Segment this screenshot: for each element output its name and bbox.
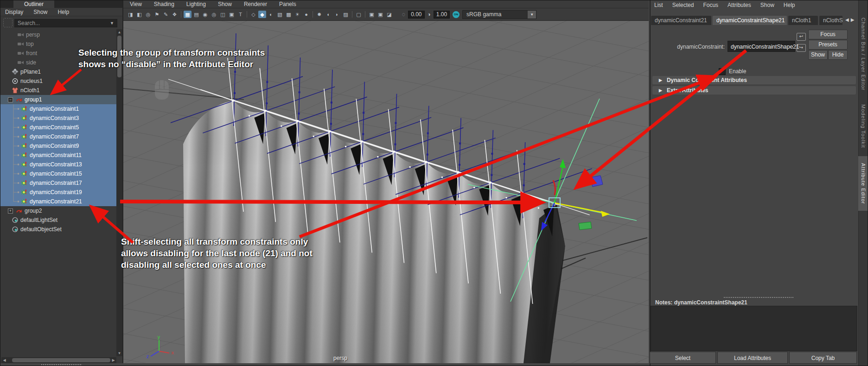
show-button[interactable]: Show [808, 50, 828, 60]
ae-menu-show[interactable]: Show [760, 2, 774, 8]
presets-button[interactable]: Presets [808, 40, 848, 50]
gamma-icon[interactable]: ◑ [428, 11, 431, 18]
ae-menu-focus[interactable]: Focus [703, 2, 718, 8]
load-attributes-button[interactable]: Load Attributes [717, 352, 788, 364]
notes-textarea[interactable] [651, 306, 857, 351]
outliner-vertical-scrollbar[interactable]: ▲ ▼ [116, 29, 122, 356]
outliner-list[interactable]: persptopfrontsidepPlane1nucleus1nCloth1−… [0, 29, 116, 357]
outliner-item-nucleus1[interactable]: nucleus1 [0, 76, 116, 86]
viewport-toolbar-icon-28[interactable]: ▢ [355, 11, 363, 18]
hide-button[interactable]: Hide [828, 50, 848, 60]
viewport-toolbar-icon-26[interactable]: ▨ [342, 11, 350, 18]
outliner-horizontal-scrollbar[interactable]: ◀ ▶ [1, 357, 116, 363]
outliner-item-defaultLightSet[interactable]: defaultLightSet [0, 215, 116, 225]
viewport-toolbar-icon-16[interactable]: ◆ [258, 11, 266, 18]
viewport-toolbar-icon-3[interactable]: ⚑ [153, 11, 161, 18]
outliner-item-group1[interactable]: −group1 [0, 95, 116, 104]
viewport-toolbar-icon-25[interactable]: ◗ [333, 11, 341, 18]
expander-expand-icon[interactable]: + [8, 208, 13, 214]
viewport-toolbar-icon-5[interactable]: ❖ [171, 11, 179, 18]
section-dynamic-constraint-attributes[interactable]: ▶ Dynamic Constraint Attributes [652, 76, 856, 84]
viewport-toolbar-icon-20[interactable]: ☀ [294, 11, 301, 18]
select-button[interactable]: Select [650, 352, 716, 364]
search-input[interactable]: Search... ▼ [14, 19, 117, 27]
outliner-item-dynamicConstraint13[interactable]: dynamicConstraint13 [0, 160, 116, 169]
focus-button[interactable]: Focus [808, 30, 848, 39]
outliner-item-defaultObjectSet[interactable]: defaultObjectSet [0, 225, 116, 234]
viewport-toolbar-icon-8[interactable]: ▤ [192, 11, 200, 18]
ae-tab-dynamicConstraintShape21[interactable]: dynamicConstraintShape21 [713, 16, 787, 25]
viewport-menu-renderer[interactable]: Renderer [244, 1, 267, 7]
scroll-up-icon[interactable]: ▲ [116, 30, 122, 34]
viewport-toolbar-icon-1[interactable]: ◧ [135, 11, 143, 18]
gamma-field[interactable]: 1.00 [434, 11, 450, 19]
viewport-toolbar-icon-9[interactable]: ◉ [201, 11, 209, 18]
viewport-toolbar-icon-24[interactable]: ◖ [324, 11, 332, 18]
exposure-field[interactable]: 0.00 [408, 11, 424, 19]
selection-mode-icon[interactable] [3, 18, 13, 27]
scroll-left-icon[interactable]: ◀ [1, 358, 7, 362]
ae-tab-dynamicConstraint21[interactable]: dynamicConstraint21 [651, 16, 711, 25]
enable-checkbox[interactable] [719, 68, 726, 75]
ae-menu-attributes[interactable]: Attributes [728, 2, 751, 8]
outliner-item-dynamicConstraint3[interactable]: dynamicConstraint3 [0, 114, 116, 123]
viewport-toolbar-icon-2[interactable]: ◎ [144, 11, 152, 18]
viewport-toolbar-icon-12[interactable]: ▣ [228, 11, 236, 18]
viewport-toolbar-icon-19[interactable]: ▩ [285, 11, 293, 18]
outliner-item-dynamicConstraint1[interactable]: dynamicConstraint1 [0, 104, 116, 114]
viewport-toolbar-icon-7[interactable]: ▦ [184, 11, 191, 18]
outliner-menu-display[interactable]: Display [5, 9, 23, 15]
outliner-item-dynamicConstraint17[interactable]: dynamicConstraint17 [0, 178, 116, 188]
side-tab-channel-box-layer-editor[interactable]: Channel Box / Layer Editor [858, 13, 868, 96]
viewport-menu-show[interactable]: Show [218, 1, 232, 7]
section-extra-attributes[interactable]: ▶ Extra Attributes [652, 86, 856, 95]
scroll-right-icon[interactable]: ▶ [110, 358, 116, 362]
outliner-item-group2[interactable]: +group2 [0, 206, 116, 215]
expander-collapse-icon[interactable]: − [8, 97, 13, 102]
colorspace-dropdown[interactable]: sRGB gamma▼ [462, 10, 536, 19]
tab-scroll-arrows[interactable]: ◀▶ [845, 17, 856, 22]
viewport-toolbar-icon-18[interactable]: ▧ [276, 11, 284, 18]
side-tab-modeling-toolkit[interactable]: Modeling Toolkit [858, 99, 868, 153]
viewport-menu-shading[interactable]: Shading [154, 1, 174, 7]
ae-tab-nCloth1[interactable]: nCloth1 [788, 16, 818, 25]
viewport-menu-view[interactable]: View [130, 1, 142, 7]
ae-menu-help[interactable]: Help [784, 2, 795, 8]
side-tab-attribute-editor[interactable]: Attribute Editor [858, 156, 868, 211]
dynamic-constraint-field[interactable]: dynamicConstraintShape21 [728, 41, 795, 52]
outliner-item-dynamicConstraint15[interactable]: dynamicConstraint15 [0, 169, 116, 178]
viewport-toolbar-icon-31[interactable]: ▣ [377, 11, 384, 18]
viewport-toolbar-icon-10[interactable]: ◎ [210, 11, 218, 18]
viewport-menu-panels[interactable]: Panels [279, 1, 296, 7]
outliner-item-dynamicConstraint5[interactable]: dynamicConstraint5 [0, 123, 116, 132]
copy-tab-arrow-icon[interactable]: ↩ [797, 33, 806, 41]
viewport-toolbar-icon-17[interactable]: ◐ [267, 11, 275, 18]
viewport-menu-lighting[interactable]: Lighting [186, 1, 206, 7]
exposure-icon[interactable]: ◌ [402, 11, 405, 18]
viewport-scene[interactable]: yxz [123, 21, 649, 363]
outliner-item-dynamicConstraint7[interactable]: dynamicConstraint7 [0, 132, 116, 141]
outliner-item-nCloth1[interactable]: nCloth1 [0, 86, 116, 95]
outliner-title[interactable]: Outliner [13, 0, 54, 8]
notes-splitter-handle[interactable] [724, 297, 793, 298]
chevron-down-icon[interactable]: ▼ [110, 21, 114, 25]
scrollbar-thumb[interactable] [12, 358, 110, 362]
viewport-toolbar-icon-15[interactable]: ◇ [249, 11, 257, 18]
viewport-toolbar-icon-4[interactable]: ✎ [162, 11, 170, 18]
ae-tab-nClothSl[interactable]: nClothSl [819, 16, 842, 25]
outliner-item-persp[interactable]: persp [0, 30, 116, 39]
color-management-toggle[interactable]: ON [453, 11, 460, 18]
outliner-item-dynamicConstraint9[interactable]: dynamicConstraint9 [0, 141, 116, 151]
viewport-toolbar-icon-30[interactable]: ▣ [368, 11, 376, 18]
outliner-item-dynamicConstraint11[interactable]: dynamicConstraint11 [0, 151, 116, 160]
outliner-item-dynamicConstraint21[interactable]: dynamicConstraint21 [0, 197, 116, 206]
outliner-item-dynamicConstraint19[interactable]: dynamicConstraint19 [0, 188, 116, 197]
ae-menu-list[interactable]: List [654, 2, 663, 8]
outliner-menu-show[interactable]: Show [33, 9, 47, 15]
viewport-toolbar-icon-0[interactable]: ◨ [127, 11, 134, 18]
copy-tab-button[interactable]: Copy Tab [789, 352, 857, 364]
viewport-toolbar-icon-13[interactable]: T [236, 11, 244, 18]
panel-splitter-handle[interactable] [41, 364, 81, 365]
outliner-menu-help[interactable]: Help [57, 9, 69, 15]
scroll-down-icon[interactable]: ▼ [116, 351, 122, 355]
